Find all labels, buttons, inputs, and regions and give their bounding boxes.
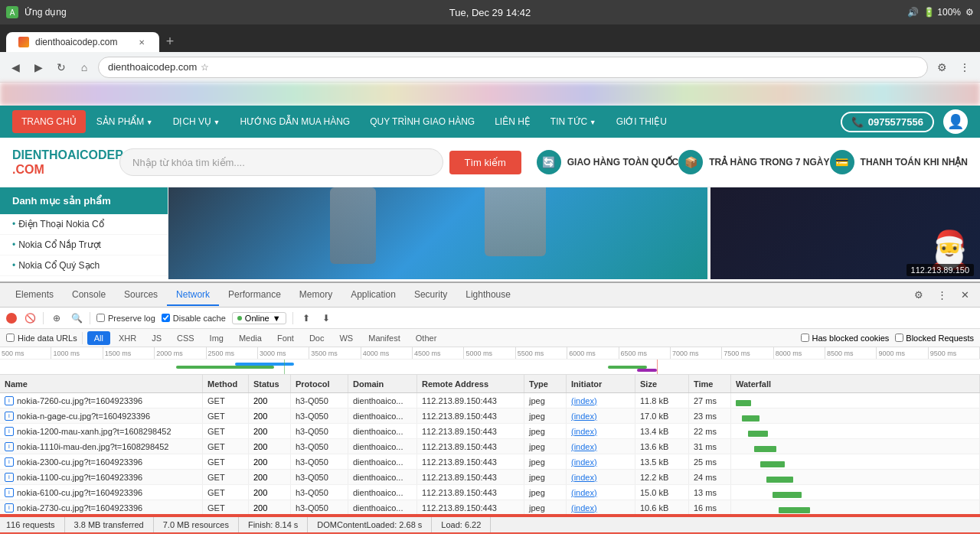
clear-button[interactable]: 🚫 xyxy=(23,311,37,325)
back-button[interactable]: ◀ xyxy=(6,58,24,76)
filter-media[interactable]: Media xyxy=(232,331,269,345)
menu-icon[interactable]: ⋮ xyxy=(956,58,974,76)
cell-status: 200 xyxy=(249,470,291,484)
hide-data-urls-checkbox[interactable]: Hide data URLs xyxy=(6,334,77,343)
filter-other[interactable]: Other xyxy=(409,331,444,345)
timeline-bar[interactable]: 500 ms 1000 ms 1500 ms 2000 ms 2500 ms 3… xyxy=(0,347,980,375)
table-row[interactable]: i nokia-7260-cu.jpg?t=1604923396 GET 200… xyxy=(0,393,980,408)
filter-xhr[interactable]: XHR xyxy=(112,331,143,345)
bookmark-star-icon[interactable]: ☆ xyxy=(197,60,212,75)
blocked-requests-checkbox[interactable]: Blocked Requests xyxy=(895,334,974,343)
tab-network[interactable]: Network xyxy=(167,285,219,306)
tab-elements[interactable]: Elements xyxy=(6,285,63,306)
blocked-cookies-input[interactable] xyxy=(801,334,809,342)
cell-method: GET xyxy=(203,454,249,469)
active-tab[interactable]: dienthoaicodep.com ✕ xyxy=(6,32,159,52)
table-row[interactable]: i nokia-6100-cu.jpg?t=1604923396 GET 200… xyxy=(0,485,980,500)
nav-san-pham[interactable]: SẢN PHẨM xyxy=(87,110,162,133)
nav-lien-he[interactable]: LIÊN HỆ xyxy=(485,110,540,133)
filter-img[interactable]: Img xyxy=(203,331,230,345)
online-selector[interactable]: Online ▼ xyxy=(232,312,286,324)
tab-sources[interactable]: Sources xyxy=(115,285,167,306)
hide-data-urls-input[interactable] xyxy=(6,334,15,342)
table-row[interactable]: i nokia-1200-mau-xanh.jpg?t=1608298452 G… xyxy=(0,424,980,439)
filter-js[interactable]: JS xyxy=(145,331,168,345)
titlebar: A Ứng dụng Tue, Dec 29 14:42 🔊 🔋 100% ⚙ xyxy=(0,0,980,24)
blocked-requests-input[interactable] xyxy=(895,334,903,342)
disable-cache-input[interactable] xyxy=(162,314,170,322)
cell-waterfall xyxy=(731,408,980,423)
disable-cache-checkbox[interactable]: Disable cache xyxy=(162,314,226,323)
nav-tin-tuc[interactable]: TIN TỨC xyxy=(541,110,606,133)
cell-status: 200 xyxy=(249,500,291,515)
user-avatar[interactable]: 👤 xyxy=(943,109,968,134)
filter-ws[interactable]: WS xyxy=(332,331,360,345)
table-row[interactable]: i nokia-1100-cu.jpg?t=1604923396 GET 200… xyxy=(0,470,980,485)
preserve-log-input[interactable] xyxy=(96,314,105,322)
new-tab-button[interactable]: + xyxy=(159,31,181,52)
phone-number: 0975577556 xyxy=(868,116,923,128)
tab-console[interactable]: Console xyxy=(63,285,115,306)
search-button[interactable]: Tìm kiếm xyxy=(449,151,521,174)
status-finish: Finish: 8.14 s xyxy=(239,517,308,532)
nav-huong-dan[interactable]: HƯỚNG DẪN MUA HÀNG xyxy=(231,110,360,133)
nav-trang-chu[interactable]: TRANG CHỦ xyxy=(12,110,86,133)
tab-close-button[interactable]: ✕ xyxy=(136,37,147,47)
delivery-icon: 🔄 xyxy=(537,150,561,174)
cell-name: i nokia-2300-cu.jpg?t=1604923396 xyxy=(0,454,203,469)
table-row[interactable]: i nokia-2300-cu.jpg?t=1604923396 GET 200… xyxy=(0,454,980,470)
tab-application[interactable]: Application xyxy=(341,285,405,306)
preserve-log-checkbox[interactable]: Preserve log xyxy=(96,314,155,323)
tab-security[interactable]: Security xyxy=(405,285,456,306)
table-row[interactable]: i nokia-1110i-mau-den.jpg?t=1608298452 G… xyxy=(0,439,980,454)
devtools-more-icon[interactable]: ⋮ xyxy=(933,286,951,304)
sidebar-item-1[interactable]: Điện Thoại Nokia Cổ xyxy=(0,214,168,235)
filter-doc[interactable]: Doc xyxy=(302,331,332,345)
filter-font[interactable]: Font xyxy=(270,331,301,345)
cell-domain: dienthoaico... xyxy=(348,500,417,515)
side-banner: 🎅 112.213.89.150 xyxy=(710,187,980,279)
header-type: Type xyxy=(524,375,567,392)
ip-badge: 112.213.89.150 xyxy=(906,264,974,276)
requests-table: Name Method Status Protocol Domain Remot… xyxy=(0,375,980,516)
sidebar-item-3[interactable]: Nokia Cổ Quý Sạch xyxy=(0,255,168,276)
cell-time: 25 ms xyxy=(689,454,731,469)
tab-memory[interactable]: Memory xyxy=(290,285,341,306)
devtools-settings-icon[interactable]: ⚙ xyxy=(910,286,928,304)
nav-gioi-thieu[interactable]: GIỚI THIỆU xyxy=(607,110,676,133)
import-icon[interactable]: ⬆ xyxy=(299,311,313,325)
cell-type: jpeg xyxy=(524,424,567,438)
cell-time: 23 ms xyxy=(689,408,731,423)
tab-performance[interactable]: Performance xyxy=(219,285,290,306)
table-row[interactable]: i nokia-n-gage-cu.jpg?t=1604923396 GET 2… xyxy=(0,408,980,424)
cell-remote: 112.213.89.150:443 xyxy=(417,393,524,408)
sidebar-header[interactable]: Danh mục sản phẩm xyxy=(0,187,168,214)
phone-badge[interactable]: 📞 0975577556 xyxy=(841,112,934,132)
devtools-close-icon[interactable]: ✕ xyxy=(956,286,974,304)
reload-button[interactable]: ↻ xyxy=(52,58,70,76)
record-button[interactable] xyxy=(6,313,17,324)
table-row[interactable]: i nokia-2730-cu.jpg?t=1604923396 GET 200… xyxy=(0,500,980,516)
filter-manifest[interactable]: Manifest xyxy=(361,331,407,345)
search-icon[interactable]: 🔍 xyxy=(70,311,83,325)
home-button[interactable]: ⌂ xyxy=(75,58,93,76)
forward-button[interactable]: ▶ xyxy=(29,58,47,76)
online-arrow: ▼ xyxy=(273,314,281,323)
search-input[interactable]: Nhập từ khóa tìm kiếm.... xyxy=(132,157,245,168)
cell-method: GET xyxy=(203,408,249,423)
tab-lighthouse[interactable]: Lighthouse xyxy=(456,285,520,306)
volume-icon: 🔊 xyxy=(907,7,919,18)
sidebar-item-2[interactable]: Nokia Cổ Nắp Trượt xyxy=(0,235,168,255)
export-icon[interactable]: ⬇ xyxy=(319,311,333,325)
extensions-icon[interactable]: ⚙ xyxy=(933,58,951,76)
blocked-cookies-checkbox[interactable]: Has blocked cookies xyxy=(801,334,889,343)
filter-css[interactable]: CSS xyxy=(170,331,201,345)
cell-status: 200 xyxy=(249,439,291,454)
nav-quy-trinh[interactable]: QUY TRÌNH GIAO HÀNG xyxy=(361,110,484,133)
url-bar[interactable]: dienthoaicodep.com ☆ xyxy=(98,57,928,78)
nav-dich-vu[interactable]: DỊCH VỤ xyxy=(164,110,230,133)
filter-icon[interactable]: ⊕ xyxy=(50,311,64,325)
cell-name: i nokia-1110i-mau-den.jpg?t=1608298452 xyxy=(0,439,203,454)
logo-suffix: .COM xyxy=(12,163,44,176)
filter-all[interactable]: All xyxy=(87,331,110,345)
